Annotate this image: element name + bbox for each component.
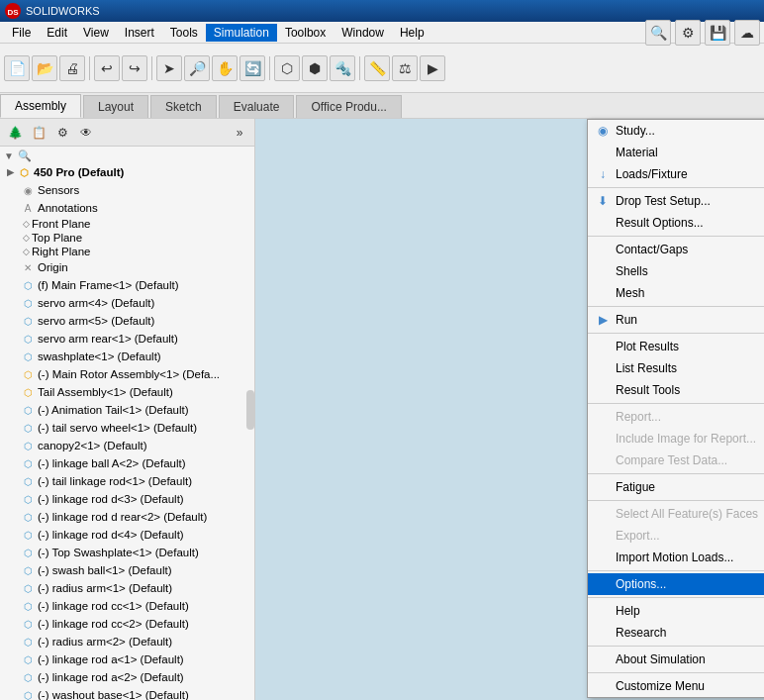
- fm-tree-btn[interactable]: 🌲: [4, 122, 26, 144]
- select-btn[interactable]: ➤: [156, 55, 182, 81]
- pan-btn[interactable]: ✋: [212, 55, 238, 81]
- tree-item-linkage-d4[interactable]: ⬡ (-) linkage rod d<4> (Default): [0, 526, 254, 544]
- menu-window[interactable]: Window: [334, 24, 392, 42]
- menu-item-customize-menu[interactable]: Customize Menu: [588, 675, 764, 697]
- zoom-btn[interactable]: 🔎: [184, 55, 210, 81]
- menu-insert[interactable]: Insert: [117, 24, 162, 42]
- tab-evaluate[interactable]: Evaluate: [219, 95, 295, 118]
- menu-file[interactable]: File: [4, 24, 39, 42]
- tree-item-label: (-) linkage rod d<3> (Default): [38, 493, 184, 505]
- menu-simulation[interactable]: Simulation: [206, 24, 277, 42]
- save-icon[interactable]: 💾: [705, 20, 730, 46]
- tree-item-swash-ball[interactable]: ⬡ (-) swash ball<1> (Default): [0, 561, 254, 579]
- menu-item-fatigue[interactable]: Fatigue ▶: [588, 476, 764, 498]
- panel-resize-handle[interactable]: [246, 390, 254, 430]
- fm-display-btn[interactable]: 👁: [75, 122, 97, 144]
- tab-office[interactable]: Office Produ...: [296, 95, 401, 118]
- fm-config-btn[interactable]: ⚙: [51, 122, 73, 144]
- tree-item-main-frame[interactable]: ⬡ (f) Main Frame<1> (Default): [0, 276, 254, 294]
- measure-btn[interactable]: 📏: [364, 55, 390, 81]
- tree-item-linkage-a2[interactable]: ⬡ (-) linkage rod a<2> (Default): [0, 668, 254, 686]
- menu-item-plot-results[interactable]: Plot Results ▶: [588, 336, 764, 357]
- print-btn[interactable]: 🖨: [59, 55, 85, 81]
- menu-item-run[interactable]: ▶ Run: [588, 309, 764, 331]
- menu-item-loads[interactable]: ↓ Loads/Fixture ▶: [588, 163, 764, 185]
- menu-item-help[interactable]: Help ▶: [588, 600, 764, 622]
- menu-edit[interactable]: Edit: [39, 24, 75, 42]
- tree-item-label: (-) Animation Tail<1> (Default): [38, 404, 189, 416]
- menu-item-export[interactable]: Export...: [588, 525, 764, 547]
- tree-item-radius-arm2[interactable]: ⬡ (-) radius arm<2> (Default): [0, 633, 254, 650]
- options-icon[interactable]: ⚙: [675, 20, 701, 46]
- menu-toolbox[interactable]: Toolbox: [277, 24, 334, 42]
- menu-item-about-simulation[interactable]: About Simulation: [588, 649, 764, 670]
- tree-item-washout-base[interactable]: ⬡ (-) washout base<1> (Default): [0, 686, 254, 700]
- tree-item-tail-servo[interactable]: ⬡ (-) tail servo wheel<1> (Default): [0, 419, 254, 437]
- tree-item-origin[interactable]: ✕ Origin: [0, 258, 254, 276]
- tree-item-servo-rear[interactable]: ⬡ servo arm rear<1> (Default): [0, 330, 254, 348]
- menu-item-result-options[interactable]: Result Options...: [588, 212, 764, 234]
- fm-properties-btn[interactable]: 📋: [28, 122, 49, 144]
- tree-item-servo4[interactable]: ⬡ servo arm<4> (Default): [0, 294, 254, 312]
- tree-item-annotations[interactable]: A Annotations: [0, 199, 254, 217]
- tree-item-tail-assembly[interactable]: ⬡ Tail Assembly<1> (Default): [0, 383, 254, 401]
- menu-item-compare-test[interactable]: Compare Test Data...: [588, 450, 764, 471]
- tab-layout[interactable]: Layout: [83, 95, 148, 118]
- menu-item-drop-test[interactable]: ⬇ Drop Test Setup...: [588, 190, 764, 212]
- component-btn[interactable]: ⬡: [274, 55, 300, 81]
- annotations-icon: A: [20, 200, 36, 216]
- tree-item-right-plane[interactable]: ◇ Right Plane: [0, 245, 254, 258]
- menu-item-material[interactable]: Material ▶: [588, 142, 764, 163]
- tree-item-linkage-a1[interactable]: ⬡ (-) linkage rod a<1> (Default): [0, 650, 254, 668]
- menu-item-contact-gaps[interactable]: Contact/Gaps ▶: [588, 239, 764, 260]
- tree-item-linkage-cc1[interactable]: ⬡ (-) linkage rod cc<1> (Default): [0, 597, 254, 615]
- menu-view[interactable]: View: [75, 24, 117, 42]
- tree-item-servo5[interactable]: ⬡ servo arm<5> (Default): [0, 312, 254, 330]
- tree-item-main-rotor[interactable]: ⬡ (-) Main Rotor Assembly<1> (Defa...: [0, 365, 254, 383]
- part-icon: ⬡: [20, 634, 36, 650]
- tree-item-tail-linkage[interactable]: ⬡ (-) tail linkage rod<1> (Default): [0, 472, 254, 490]
- menu-item-mesh[interactable]: Mesh ▶: [588, 282, 764, 304]
- menu-item-import-motion[interactable]: Import Motion Loads...: [588, 547, 764, 568]
- tree-item-canopy[interactable]: ⬡ canopy2<1> (Default): [0, 437, 254, 454]
- simulation-btn[interactable]: ▶: [420, 55, 445, 81]
- mass-btn[interactable]: ⚖: [392, 55, 418, 81]
- menu-tools[interactable]: Tools: [162, 24, 206, 42]
- tab-assembly[interactable]: Assembly: [0, 94, 81, 118]
- tab-sketch[interactable]: Sketch: [150, 95, 217, 118]
- open-btn[interactable]: 📂: [32, 55, 57, 81]
- menu-help[interactable]: Help: [392, 24, 432, 42]
- new-btn[interactable]: 📄: [4, 55, 30, 81]
- search-icon[interactable]: 🔍: [645, 20, 671, 46]
- tree-item-swashplate[interactable]: ⬡ swashplate<1> (Default): [0, 348, 254, 365]
- undo-btn[interactable]: ↩: [94, 55, 120, 81]
- menu-item-include-image[interactable]: Include Image for Report...: [588, 428, 764, 450]
- menu-item-research[interactable]: Research: [588, 622, 764, 644]
- mate-btn[interactable]: 🔩: [330, 55, 355, 81]
- tree-item-linkage-d3[interactable]: ⬡ (-) linkage rod d<3> (Default): [0, 490, 254, 508]
- tree-item-linkage-cc2[interactable]: ⬡ (-) linkage rod cc<2> (Default): [0, 615, 254, 633]
- tree-item-front-plane[interactable]: ◇ Front Plane: [0, 217, 254, 231]
- tree-item-linkage-d-rear2[interactable]: ⬡ (-) linkage rod d rear<2> (Default): [0, 508, 254, 526]
- fm-expand-btn[interactable]: »: [229, 122, 250, 144]
- tree-item-radius-arm1[interactable]: ⬡ (-) radius arm<1> (Default): [0, 579, 254, 597]
- menu-item-options[interactable]: Options...: [588, 573, 764, 595]
- tree-item-anim-tail[interactable]: ⬡ (-) Animation Tail<1> (Default): [0, 401, 254, 419]
- menu-item-select-faces[interactable]: Select All Feature(s) Faces: [588, 503, 764, 525]
- tree-item-label: (-) linkage rod d rear<2> (Default): [38, 511, 207, 523]
- redo-btn[interactable]: ↪: [122, 55, 147, 81]
- menu-item-shells[interactable]: Shells ▶: [588, 260, 764, 282]
- tree-item-top-swashplate[interactable]: ⬡ (-) Top Swashplate<1> (Default): [0, 544, 254, 561]
- cloud-icon[interactable]: ☁: [734, 20, 760, 46]
- menu-item-study[interactable]: ◉ Study... ▶: [588, 120, 764, 142]
- tree-item-sensors[interactable]: ◉ Sensors: [0, 181, 254, 199]
- tree-item-top-plane[interactable]: ◇ Top Plane: [0, 231, 254, 245]
- rotate-btn[interactable]: 🔄: [239, 55, 265, 81]
- menu-item-report[interactable]: Report...: [588, 406, 764, 428]
- tree-filter[interactable]: ▼ 🔍: [0, 149, 254, 163]
- menu-item-list-results[interactable]: List Results ▶: [588, 357, 764, 379]
- tree-root[interactable]: ▶ ⬡ 450 Pro (Default): [0, 163, 254, 181]
- assembly-btn[interactable]: ⬢: [302, 55, 328, 81]
- menu-item-result-tools[interactable]: Result Tools ▶: [588, 379, 764, 401]
- tree-item-linkage-ballA2[interactable]: ⬡ (-) linkage ball A<2> (Default): [0, 454, 254, 472]
